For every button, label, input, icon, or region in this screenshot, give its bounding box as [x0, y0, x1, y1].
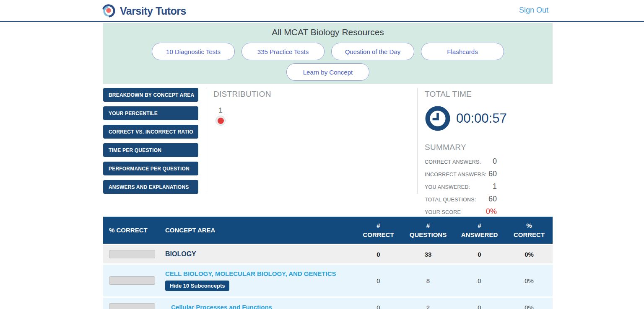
summary-label: INCORRECT ANSWERS:: [425, 172, 486, 178]
col-header-num-answered: #ANSWERED: [453, 221, 506, 240]
distribution-point-label: 1: [216, 106, 226, 115]
summary-value: 0: [493, 157, 497, 166]
summary-value: 60: [488, 195, 497, 203]
progress-bar: [109, 303, 155, 309]
cell-num-questions: 2: [403, 304, 453, 309]
summary-label: YOU ANSWERED:: [425, 184, 470, 190]
cell-num-correct: 0: [354, 304, 403, 309]
summary-value: 60: [488, 170, 497, 178]
col-header-pct-correct-bar: % CORRECT: [103, 226, 164, 235]
cell-pct-correct: 0%: [506, 304, 553, 309]
cell-num-answered: 0: [453, 304, 506, 309]
summary-row-incorrect: INCORRECT ANSWERS: 60: [425, 170, 497, 178]
sidebar-item-answers[interactable]: ANSWERS AND EXPLANATIONS: [103, 180, 198, 194]
category-name: BIOLOGY: [164, 250, 354, 258]
cell-num-correct: 0: [354, 277, 403, 284]
diagnostic-tests-button[interactable]: 10 Diagnostic Tests: [152, 43, 235, 60]
varsity-tutors-logo[interactable]: Varsity Tutors: [101, 3, 186, 19]
subconcept-link[interactable]: Cellular Processes and Functions: [171, 304, 272, 309]
summary-score-value: 0%: [486, 207, 497, 216]
resources-banner: All MCAT Biology Resources 10 Diagnostic…: [103, 23, 553, 84]
col-header-num-correct: #CORRECT: [354, 221, 403, 240]
sidebar-item-percentile[interactable]: YOUR PERCENTILE: [103, 106, 198, 120]
concept-breakdown-table: % CORRECT CONCEPT AREA #CORRECT #QUESTIO…: [103, 216, 553, 309]
summary-row-score: YOUR SCORE 0%: [425, 207, 497, 216]
distribution-point: 1: [216, 106, 226, 126]
summary-title: SUMMARY: [425, 143, 553, 152]
banner-buttons-row2: Learn by Concept: [103, 63, 553, 81]
col-header-pct-correct: %CORRECT: [506, 221, 553, 240]
banner-buttons-row1: 10 Diagnostic Tests 335 Practice Tests Q…: [103, 43, 553, 60]
distribution-title: DISTRIBUTION: [213, 90, 417, 99]
sign-out-link[interactable]: Sign Out: [519, 6, 548, 15]
table-header-row: % CORRECT CONCEPT AREA #CORRECT #QUESTIO…: [103, 217, 553, 244]
summary-rows: CORRECT ANSWERS: 0 INCORRECT ANSWERS: 60…: [425, 157, 553, 216]
stats-section: BREAKDOWN BY CONCEPT AREA YOUR PERCENTIL…: [103, 88, 553, 214]
cell-num-questions: 33: [403, 251, 453, 258]
concept-link[interactable]: CELL BIOLOGY, MOLECULAR BIOLOGY, AND GEN…: [165, 270, 336, 277]
cell-num-correct: 0: [354, 251, 403, 258]
hide-subconcepts-button[interactable]: Hide 10 Subconcepts: [165, 281, 229, 291]
varsity-swirl-icon: [101, 3, 117, 19]
report-nav: BREAKDOWN BY CONCEPT AREA YOUR PERCENTIL…: [103, 88, 198, 214]
summary-label: TOTAL QUESTIONS:: [425, 197, 476, 203]
question-of-the-day-button[interactable]: Question of the Day: [331, 43, 414, 60]
total-time-row: 00:00:57: [425, 106, 553, 131]
sidebar-item-time-per-question[interactable]: TIME PER QUESTION: [103, 143, 198, 157]
summary-value: 1: [493, 182, 497, 191]
distribution-panel: DISTRIBUTION 1: [206, 88, 417, 214]
summary-row-total: TOTAL QUESTIONS: 60: [425, 195, 497, 203]
total-time-value: 00:00:57: [456, 111, 507, 126]
sidebar-item-performance[interactable]: PERFORMANCE PER QUESTION: [103, 162, 198, 175]
cell-num-answered: 0: [453, 251, 506, 258]
progress-bar: [109, 276, 155, 285]
cell-num-answered: 0: [453, 277, 506, 284]
cell-pct-correct: 0%: [506, 277, 553, 284]
table-row-cellular-processes: Cellular Processes and Functions 0 2 0 0…: [103, 298, 553, 309]
top-bar: Varsity Tutors Sign Out: [0, 0, 644, 22]
summary-row-answered: YOU ANSWERED: 1: [425, 182, 497, 191]
practice-tests-button[interactable]: 335 Practice Tests: [242, 43, 325, 60]
cell-pct-correct: 0%: [506, 251, 553, 258]
sidebar-item-correct-ratio[interactable]: CORRECT VS. INCORRECT RATIO: [103, 125, 198, 139]
col-header-num-questions: #QUESTIONS: [403, 221, 453, 240]
distribution-dot-ring: [216, 116, 226, 126]
progress-bar: [109, 250, 155, 258]
logo-wordmark: Varsity Tutors: [120, 5, 186, 17]
table-row-biology: BIOLOGY 0 33 0 0%: [103, 245, 553, 263]
cell-num-questions: 8: [403, 277, 453, 284]
col-header-concept-area: CONCEPT AREA: [164, 226, 354, 235]
flashcards-button[interactable]: Flashcards: [421, 43, 504, 60]
total-time-title: TOTAL TIME: [425, 90, 553, 99]
summary-row-correct: CORRECT ANSWERS: 0: [425, 157, 497, 166]
table-row-cell-biology: CELL BIOLOGY, MOLECULAR BIOLOGY, AND GEN…: [103, 265, 553, 296]
summary-label: YOUR SCORE: [425, 209, 461, 215]
summary-label: CORRECT ANSWERS:: [425, 159, 481, 165]
time-summary-panel: TOTAL TIME 00:00:57 SUMMARY CORRECT ANSW…: [418, 88, 553, 214]
sidebar-item-breakdown[interactable]: BREAKDOWN BY CONCEPT AREA: [103, 88, 198, 102]
clock-icon: [425, 106, 451, 131]
distribution-dot[interactable]: [218, 118, 224, 124]
learn-by-concept-button[interactable]: Learn by Concept: [286, 63, 369, 81]
banner-title: All MCAT Biology Resources: [103, 27, 553, 37]
